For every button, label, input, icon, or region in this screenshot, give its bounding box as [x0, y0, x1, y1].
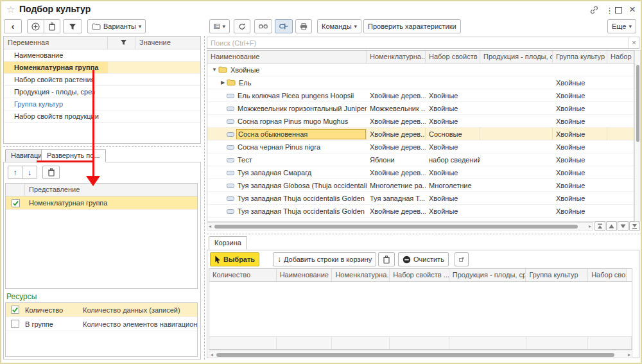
col-quantity[interactable]: Количество: [209, 269, 277, 281]
variable-row[interactable]: Набор свойств продукции: [4, 110, 200, 123]
move-down-button[interactable]: ↓: [22, 166, 37, 179]
commands-button[interactable]: Команды ▾: [317, 19, 361, 33]
checkbox[interactable]: [11, 320, 19, 328]
go-last-button[interactable]: [629, 221, 640, 231]
col-property-set-2[interactable]: Набор с...: [607, 51, 634, 63]
print-button[interactable]: [295, 19, 312, 33]
delete-button[interactable]: [44, 19, 60, 33]
scrollbar-thumb[interactable]: [214, 225, 578, 229]
scroll-right-icon[interactable]: ▸: [589, 223, 591, 230]
add-rows-button[interactable]: ↓ Добавить строки в корзину: [273, 252, 376, 266]
scroll-left-icon[interactable]: ◂: [209, 223, 211, 230]
horizontal-splitter[interactable]: [3, 146, 201, 147]
item-row[interactable]: Туя западная Смарагд Хвойные дерев... Хв…: [207, 166, 634, 179]
move-up-button[interactable]: ↑: [8, 166, 22, 179]
search-clear-icon[interactable]: ×: [629, 37, 639, 48]
item-property-set: Хвойные: [426, 205, 480, 217]
go-up-button[interactable]: [606, 221, 617, 231]
element-icon: [227, 182, 234, 189]
go-down-button[interactable]: [618, 221, 629, 231]
item-row[interactable]: Ель колючая Picea pungens Hoopsii Хвойны…: [207, 89, 634, 102]
col-production[interactable]: Продукция - плоды, срез: [480, 51, 553, 63]
pin-panel-button[interactable]: [275, 19, 293, 33]
item-row[interactable]: Сосна горная Pinus mugo Mughus Хвойные д…: [207, 115, 634, 128]
add-circle-button[interactable]: [27, 19, 44, 33]
maximize-icon[interactable]: [615, 7, 622, 13]
variable-row[interactable]: Группа культур: [4, 98, 200, 110]
filter-button[interactable]: [63, 19, 82, 33]
col-culture-group[interactable]: Группа культур: [553, 51, 607, 63]
col-culture-group[interactable]: Группа культур: [526, 269, 588, 281]
vertical-scrollbar[interactable]: [634, 50, 641, 221]
open-in-window-button[interactable]: [455, 252, 469, 266]
scroll-left-icon[interactable]: ◂: [211, 351, 213, 358]
item-row[interactable]: Сосна черная Pinus nigra Хвойные дерев..…: [207, 141, 634, 153]
tab-basket[interactable]: Корзина: [209, 236, 247, 250]
item-row[interactable]: ▼Хвойные: [207, 64, 634, 76]
item-row[interactable]: Туя западная Globosa (Thuja occidentalis…: [207, 179, 634, 192]
delete-row-button[interactable]: [42, 166, 60, 179]
col-property-set[interactable]: Набор свойств ...: [426, 51, 480, 63]
variable-filter-cell: [108, 49, 135, 61]
menu-kebab-icon[interactable]: ⋮: [605, 6, 614, 15]
favorite-star-icon[interactable]: ☆: [6, 4, 15, 15]
item-row[interactable]: Сосна обыкновенная Хвойные дерев... Сосн…: [207, 128, 634, 141]
col-property-set[interactable]: Набор свойств ...: [390, 269, 449, 281]
col-production[interactable]: Продукция - плоды, срез: [449, 269, 526, 281]
delete-basket-row-button[interactable]: [378, 252, 395, 266]
expanded-triangle-icon[interactable]: ▼: [211, 67, 218, 73]
horizontal-splitter[interactable]: [207, 234, 639, 234]
item-property-set: Хвойные: [426, 166, 480, 178]
variable-row[interactable]: Продукция - плоды, срез: [4, 86, 200, 98]
search-input[interactable]: [207, 37, 629, 48]
pin-icon: [279, 22, 288, 30]
col-presentation[interactable]: Представление: [25, 184, 197, 196]
col-nomenclature-group[interactable]: Номенклатурна...: [367, 51, 426, 63]
variable-row[interactable]: Набор свойств растения: [4, 74, 200, 86]
col-nomenclature-group[interactable]: Номенклатурна...: [332, 269, 390, 281]
item-nomenclature-group: [367, 76, 426, 89]
checkbox[interactable]: [12, 199, 20, 207]
variable-row[interactable]: Наименование: [4, 49, 200, 62]
presentation-row[interactable]: Номенклатурная группа: [6, 196, 197, 210]
back-button[interactable]: ‹: [4, 19, 22, 33]
check-characteristics-button[interactable]: Проверить характеристики: [363, 19, 461, 33]
horizontal-scrollbar[interactable]: ◂ ▸: [209, 351, 632, 358]
item-row[interactable]: Туя западная Thuja occidentalis Golden B…: [207, 192, 634, 205]
item-row[interactable]: Туя западная Thuja occidentalis Golden G…: [207, 205, 634, 218]
col-name[interactable]: Наименование: [207, 51, 367, 63]
view-mode-button[interactable]: ▾: [209, 19, 230, 33]
item-production: [480, 179, 553, 191]
close-icon[interactable]: ×: [629, 3, 636, 16]
item-row[interactable]: ▶Ель Хвойные: [207, 76, 634, 89]
go-first-button[interactable]: [594, 221, 605, 231]
col-property-set-2[interactable]: Набор свойств п...: [588, 269, 627, 281]
link-icon[interactable]: [589, 5, 599, 15]
scrollbar-thumb[interactable]: [636, 65, 639, 142]
checkbox[interactable]: [11, 306, 19, 314]
col-variable[interactable]: Переменная: [4, 37, 108, 49]
variants-button[interactable]: Варианты ▾: [87, 19, 146, 33]
scroll-right-icon[interactable]: ▸: [628, 351, 630, 358]
set-period-button[interactable]: [254, 19, 272, 33]
clear-button[interactable]: Очистить: [398, 252, 449, 266]
horizontal-scrollbar[interactable]: ◂ ▸: [207, 222, 593, 230]
trash-icon: [48, 168, 55, 177]
filter-funnel-icon: [69, 23, 76, 30]
variable-row[interactable]: Номенклатурная группа: [4, 62, 200, 74]
more-button[interactable]: Еще ▾: [607, 19, 636, 33]
select-button[interactable]: Выбрать: [210, 252, 259, 266]
col-name[interactable]: Наименование: [277, 269, 333, 281]
vertical-splitter[interactable]: [204, 36, 205, 360]
refresh-button[interactable]: [234, 19, 250, 33]
scrollbar-thumb[interactable]: [216, 353, 614, 357]
col-filter[interactable]: [108, 37, 135, 49]
resource-row[interactable]: В группе Количество элементов навигацион…: [6, 317, 197, 331]
item-property-set-2: [607, 89, 634, 101]
item-row[interactable]: Можжевельник горизонтальный Juniperus ho…: [207, 102, 634, 115]
more-label: Еще: [612, 22, 626, 30]
collapsed-triangle-icon[interactable]: ▶: [219, 80, 227, 85]
resource-row[interactable]: Количество Количество данных (записей): [6, 303, 197, 317]
item-row[interactable]: Тест Яблони набор сведений Хвойные: [207, 153, 634, 166]
col-value[interactable]: Значение: [135, 37, 200, 49]
